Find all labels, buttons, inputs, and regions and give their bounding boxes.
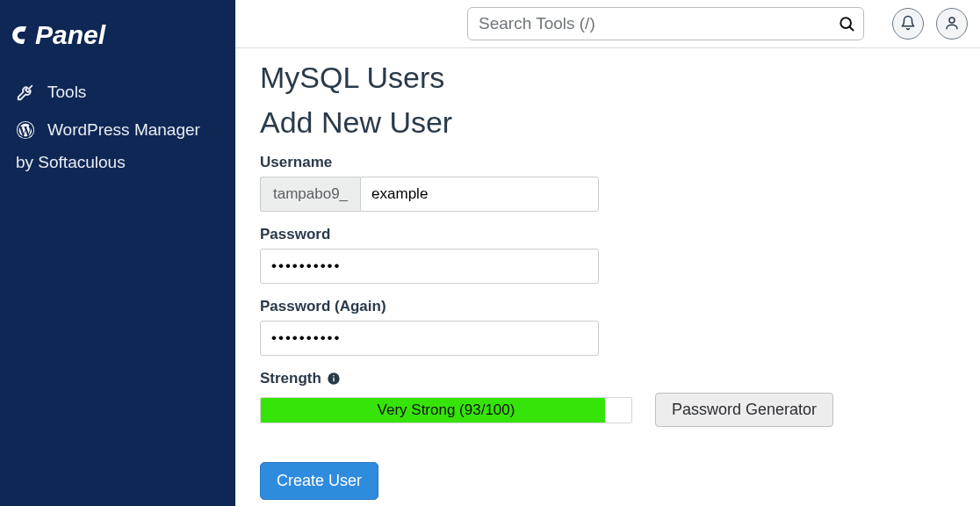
bell-icon <box>900 15 916 33</box>
search-wrap <box>467 7 864 40</box>
wordpress-icon <box>16 120 35 140</box>
search-icon[interactable] <box>838 15 855 33</box>
topbar <box>235 0 980 48</box>
content: MySQL Users Add New User Username tampab… <box>235 48 980 506</box>
svg-text:Panel: Panel <box>35 20 106 49</box>
username-prefix: tampabo9_ <box>260 177 360 212</box>
password-again-label: Password (Again) <box>260 298 955 315</box>
username-group: Username tampabo9_ <box>260 154 955 212</box>
cpanel-logo: Panel <box>0 11 235 74</box>
info-icon[interactable] <box>327 372 341 386</box>
password-label: Password <box>260 226 955 243</box>
svg-rect-8 <box>333 375 334 376</box>
section-title: Add New User <box>260 105 955 140</box>
notifications-button[interactable] <box>892 8 924 40</box>
password-group: Password <box>260 226 955 284</box>
sidebar-subline: by Softaculous <box>0 149 235 183</box>
cpanel-logo-svg: Panel <box>12 19 141 51</box>
sidebar: Panel Tools WordPress Manager by <box>0 0 235 506</box>
main-area: MySQL Users Add New User Username tampab… <box>235 0 980 506</box>
account-button[interactable] <box>936 8 968 40</box>
password-again-input[interactable] <box>260 321 599 356</box>
svg-point-5 <box>949 18 955 23</box>
page-title: MySQL Users <box>260 61 955 95</box>
sidebar-item-label: Tools <box>47 83 86 103</box>
sidebar-item-wordpress-manager[interactable]: WordPress Manager <box>0 112 235 149</box>
password-input[interactable] <box>260 249 599 284</box>
sidebar-item-tools[interactable]: Tools <box>0 74 235 112</box>
strength-meter-text: Very Strong (93/100) <box>261 398 631 423</box>
password-generator-button[interactable]: Password Generator <box>655 393 833 427</box>
svg-line-4 <box>850 27 854 31</box>
search-input[interactable] <box>467 7 864 40</box>
username-input[interactable] <box>360 177 599 212</box>
strength-group: Strength Very Strong (93/100) Pa <box>260 370 955 427</box>
strength-meter: Very Strong (93/100) <box>260 397 632 423</box>
svg-rect-7 <box>333 378 334 382</box>
svg-line-1 <box>29 86 32 90</box>
password-again-group: Password (Again) <box>260 298 955 356</box>
sidebar-item-label: WordPress Manager <box>47 120 200 141</box>
username-label: Username <box>260 154 955 171</box>
tools-icon <box>16 83 35 102</box>
user-icon <box>944 15 960 33</box>
strength-label: Strength <box>260 370 321 387</box>
create-user-button[interactable]: Create User <box>260 462 378 500</box>
